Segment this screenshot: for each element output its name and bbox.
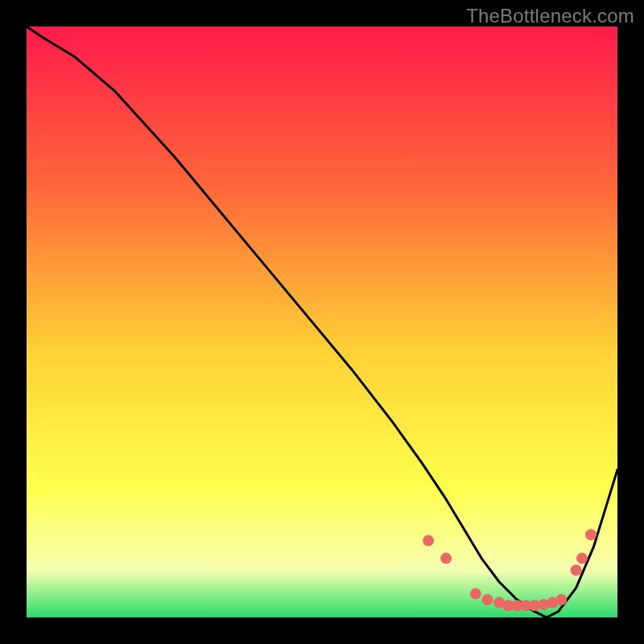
plot-svg xyxy=(27,27,617,617)
curve-marker xyxy=(423,535,434,547)
plot-area xyxy=(27,27,617,617)
watermark-label: TheBottleneck.com xyxy=(466,5,634,27)
curve-marker xyxy=(555,594,567,605)
curve-marker xyxy=(571,564,582,576)
curve-marker xyxy=(482,594,493,605)
curve-marker xyxy=(576,553,588,564)
gradient-background xyxy=(27,27,617,617)
curve-marker xyxy=(440,553,452,564)
curve-marker xyxy=(585,529,597,540)
curve-marker xyxy=(470,588,481,600)
chart-frame: TheBottleneck.com xyxy=(0,0,644,644)
